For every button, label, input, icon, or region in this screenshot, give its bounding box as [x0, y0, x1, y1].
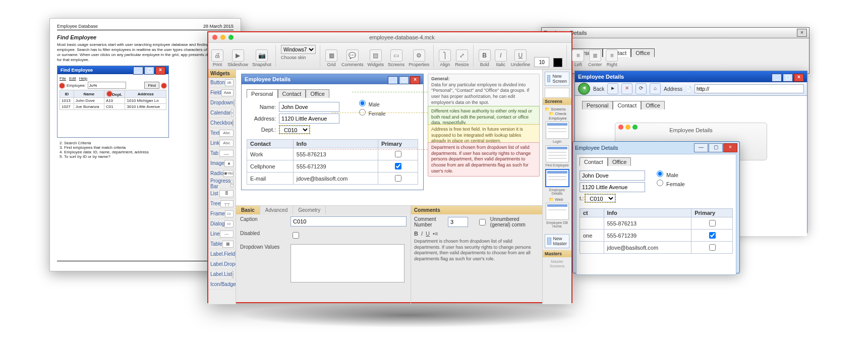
mac-close-icon[interactable] [212, 35, 217, 40]
widget-dropdown[interactable]: Dropdown1 ▾ [208, 98, 236, 108]
tab-basic[interactable]: Basic [236, 206, 260, 214]
widget-button[interactable]: Buttonok [208, 78, 236, 88]
widget-frame[interactable]: Frame▭ [208, 209, 236, 219]
widget-tree[interactable]: Tree┬┬ [208, 199, 236, 209]
widgets-toggle[interactable]: ▤Widgets [368, 49, 384, 67]
min-icon[interactable]: _ [133, 67, 143, 75]
close-icon[interactable]: × [410, 76, 420, 84]
contact-table[interactable]: ContactInfoPrimary Work555-876213 Cellph… [247, 139, 418, 185]
min-icon[interactable]: _ [772, 74, 782, 82]
primary-check[interactable] [395, 163, 401, 169]
screen-thumb[interactable]: Login [545, 140, 569, 143]
home-button[interactable]: ⌂ [650, 83, 661, 94]
design-canvas[interactable]: Employee Details_▢× Personal Contact Off… [236, 70, 542, 205]
tab-geometry[interactable]: Geometry [293, 206, 326, 214]
tab-contact[interactable]: Contact [613, 101, 641, 109]
primary-check[interactable] [709, 244, 716, 251]
underline-icon[interactable]: U [426, 231, 430, 237]
disabled-checkbox[interactable] [293, 232, 299, 239]
widget-tab[interactable]: Tab⎵⎵ [208, 148, 236, 158]
properties-toggle[interactable]: ⚙Properties [409, 49, 429, 67]
close-icon[interactable]: × [723, 143, 737, 152]
close-icon[interactable]: × [155, 67, 165, 75]
caption-input[interactable] [291, 216, 407, 226]
menu-edit[interactable]: Edit [69, 76, 76, 81]
screen-thumb-selected[interactable]: Employee Details [545, 188, 569, 195]
tab-office[interactable]: Office [306, 89, 329, 98]
address-input[interactable] [695, 84, 804, 93]
snapshot-button[interactable]: 📷Snapshot [252, 49, 271, 67]
resize-button[interactable]: ⤢Resize [455, 49, 469, 67]
print-button[interactable]: 🖨Print [211, 49, 223, 67]
widget-text[interactable]: TextAbc [208, 128, 236, 138]
widget-table[interactable]: Table▦ [208, 239, 236, 249]
tab-office[interactable]: Office [641, 101, 665, 109]
close-icon[interactable]: × [794, 74, 804, 82]
widget-label-dropdown[interactable]: Label.Dropdown▭▾ [208, 259, 236, 269]
gender-female[interactable] [657, 180, 663, 186]
widget-image[interactable]: Image▲ [208, 158, 236, 168]
name-field[interactable] [279, 102, 339, 112]
forward-button[interactable]: ► [607, 83, 618, 94]
italic-button[interactable]: IItalic [495, 49, 507, 67]
grid-toggle[interactable]: ▦Grid [325, 49, 337, 67]
comment-text[interactable]: Department is chosen from dropdown list … [411, 238, 542, 263]
widget-label-list[interactable]: Label.List▭≣ [208, 269, 236, 279]
comments-toggle[interactable]: 💬Comments [341, 49, 364, 67]
tab-personal[interactable]: Personal [247, 89, 277, 98]
screens-toggle[interactable]: ▭Screens [388, 49, 404, 67]
widget-calendar[interactable]: Calendar▭ [208, 108, 236, 118]
align-button[interactable]: ⎫Align [439, 49, 451, 67]
unnumbered-checkbox[interactable] [479, 219, 486, 225]
mac-min-icon[interactable] [220, 35, 225, 40]
underline-button[interactable]: UUnderline [511, 49, 531, 67]
tree-group[interactable]: Web [555, 197, 563, 202]
widget-radio[interactable]: Radio◉Yes [208, 168, 236, 179]
max-icon[interactable]: ▢ [399, 76, 409, 84]
mac-min-icon[interactable] [625, 125, 630, 130]
address-field[interactable] [580, 182, 645, 192]
address-field[interactable] [279, 113, 339, 124]
dept-dropdown-selected[interactable]: C010 [585, 194, 616, 203]
menu-help[interactable]: Help [79, 76, 87, 81]
widget-dialog[interactable]: Dialog▭ [208, 219, 236, 229]
min-icon[interactable]: _ [388, 76, 398, 84]
col-address[interactable]: Address [125, 90, 166, 98]
tab-personal[interactable]: Personal [582, 101, 613, 109]
gender-male[interactable] [359, 100, 366, 106]
color-swatch[interactable] [553, 58, 562, 67]
widget-list[interactable]: List≣ [208, 189, 236, 199]
tab-advanced[interactable]: Advanced [260, 206, 293, 214]
col-id[interactable]: ID [60, 90, 74, 98]
search-input[interactable] [88, 82, 126, 89]
tree-group[interactable]: Check Employee [549, 111, 567, 121]
screen-thumb[interactable]: Find Employee [545, 163, 569, 167]
widget-label-field[interactable]: Label.Field▭ [208, 249, 236, 259]
comment-number-input[interactable] [448, 217, 468, 227]
primary-check[interactable] [709, 220, 716, 226]
mac-max-icon[interactable] [632, 125, 638, 130]
widget-checkbox[interactable]: Checkbox✓ [208, 118, 236, 128]
refresh-button[interactable]: ⟳ [635, 83, 647, 94]
dropdown-values-input[interactable] [291, 244, 404, 282]
tab-contact[interactable]: Contact [278, 89, 306, 98]
skin-select[interactable]: Windows7 [281, 45, 316, 54]
widget-progress-bar[interactable]: Progress Bar▭ [208, 179, 236, 189]
bold-button[interactable]: BBold [479, 49, 491, 67]
bullet-icon[interactable]: •≡ [433, 231, 438, 237]
align-right-button[interactable]: ≡Right [606, 49, 618, 67]
new-master-button[interactable]: New Master [545, 234, 569, 248]
name-field[interactable] [580, 170, 645, 181]
mockup-window[interactable]: Employee Details_▢× Personal Contact Off… [241, 74, 424, 190]
min-icon[interactable]: — [694, 143, 708, 152]
mac-max-icon[interactable] [228, 35, 234, 40]
widget-link[interactable]: LinkAbc [208, 138, 236, 148]
tab-office[interactable]: Office [631, 48, 655, 57]
close-icon[interactable]: × [797, 29, 807, 37]
align-left-button[interactable]: ≡Left [572, 49, 584, 67]
screen-search-input[interactable] [545, 88, 569, 98]
bold-icon[interactable]: B [414, 231, 418, 237]
back-button[interactable]: ◄ [578, 83, 590, 95]
tab-contact[interactable]: Contact [580, 157, 608, 166]
max-icon[interactable]: ▢ [783, 74, 793, 82]
